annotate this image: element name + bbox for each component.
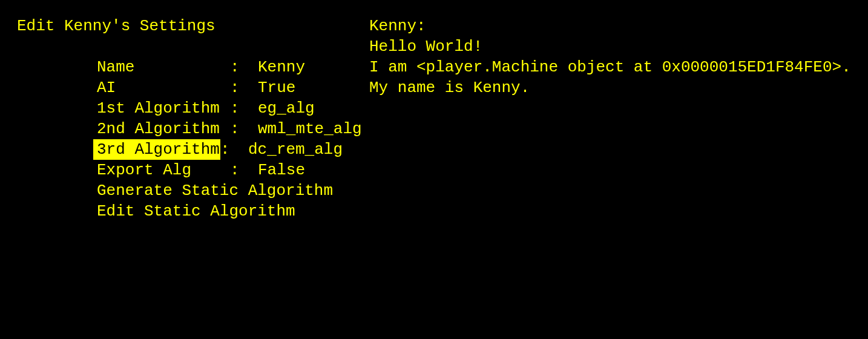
setting-row[interactable]: 2nd Algorithm:wml_mte_alg — [97, 119, 369, 139]
settings-panel: Edit Kenny's Settings Name:KennyAI:True1… — [0, 0, 369, 339]
setting-row[interactable]: 3rd Algorithm:dc_rem_alg — [97, 139, 369, 160]
output-panel: Kenny:Hello World!I am <player.Machine o… — [369, 0, 868, 339]
setting-label: 3rd Algorithm — [93, 139, 220, 160]
output-line: Kenny: — [369, 16, 868, 36]
page-title: Edit Kenny's Settings — [17, 16, 369, 36]
output-line: Hello World! — [369, 36, 868, 57]
setting-separator: : — [220, 139, 248, 160]
setting-value: False — [258, 160, 305, 180]
output-line: I am <player.Machine object at 0x0000015… — [369, 57, 868, 77]
setting-separator: : — [230, 119, 258, 139]
setting-value: dc_rem_alg — [248, 139, 343, 160]
setting-label: AI — [97, 77, 230, 98]
action-item[interactable]: Edit Static Algorithm — [97, 201, 369, 222]
setting-value: wml_mte_alg — [258, 119, 362, 139]
setting-value: True — [258, 77, 295, 98]
setting-value: Kenny — [258, 57, 305, 77]
setting-separator: : — [230, 57, 258, 77]
setting-label: Name — [97, 57, 230, 77]
setting-value: eg_alg — [258, 98, 315, 119]
setting-row[interactable]: Name:Kenny — [97, 57, 369, 77]
setting-separator: : — [230, 160, 258, 180]
setting-label: 1st Algorithm — [97, 98, 230, 119]
setting-row[interactable]: 1st Algorithm:eg_alg — [97, 98, 369, 119]
setting-label: Export Alg — [97, 160, 230, 180]
output-line: My name is Kenny. — [369, 77, 868, 98]
setting-row[interactable]: AI:True — [97, 77, 369, 98]
setting-row[interactable]: Export Alg:False — [97, 160, 369, 180]
action-item[interactable]: Generate Static Algorithm — [97, 180, 369, 201]
settings-list: Name:KennyAI:True1st Algorithm:eg_alg2nd… — [17, 57, 369, 222]
setting-separator: : — [230, 98, 258, 119]
setting-separator: : — [230, 77, 258, 98]
setting-label: 2nd Algorithm — [97, 119, 230, 139]
